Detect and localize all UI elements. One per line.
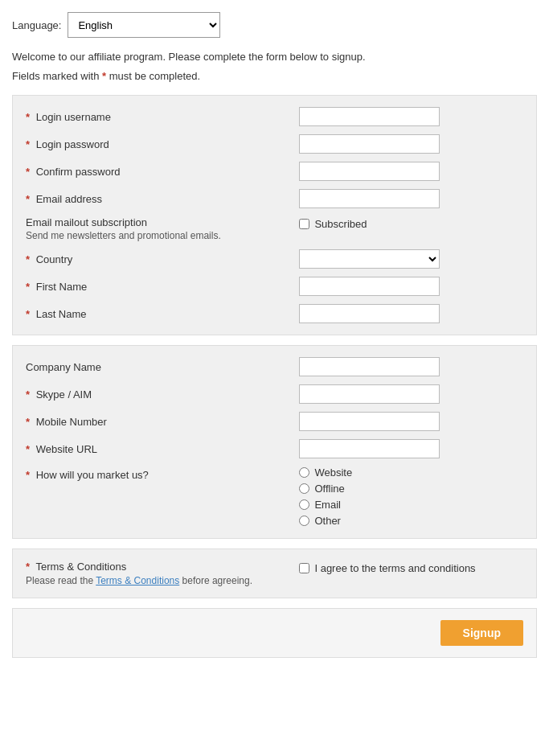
label-last-name: * Last Name <box>26 308 299 320</box>
language-select[interactable]: English French Spanish German <box>68 12 220 38</box>
input-skype-aim[interactable] <box>299 384 440 404</box>
radio-offline[interactable] <box>299 483 309 494</box>
input-email-address[interactable] <box>299 189 440 208</box>
section-account: * Login username * Login password * Conf… <box>12 95 537 335</box>
terms-row: * Terms & Conditions Please read the Ter… <box>26 561 523 586</box>
section-terms: * Terms & Conditions Please read the Ter… <box>12 549 537 598</box>
radio-option-other[interactable]: Other <box>299 515 352 527</box>
market-radio-group: Website Offline Email Other <box>299 466 352 527</box>
input-confirm-password[interactable] <box>299 162 440 181</box>
row-skype-aim: * Skype / AIM <box>26 384 523 404</box>
label-market: * How will you market us? <box>26 466 299 481</box>
required-star: * <box>102 70 109 82</box>
terms-subtitle: Please read the Terms & Conditions befor… <box>26 575 299 586</box>
radio-other[interactable] <box>299 516 309 526</box>
label-login-password: * Login password <box>26 138 299 150</box>
row-login-password: * Login password <box>26 134 523 154</box>
row-company-name: Company Name <box>26 357 523 376</box>
radio-website[interactable] <box>299 467 309 478</box>
row-confirm-password: * Confirm password <box>26 162 523 181</box>
input-login-password[interactable] <box>299 134 440 154</box>
checkbox-terms[interactable] <box>299 563 309 573</box>
row-last-name: * Last Name <box>26 304 523 323</box>
terms-title: * Terms & Conditions <box>26 561 299 573</box>
input-login-username[interactable] <box>299 107 440 126</box>
input-website-url[interactable] <box>299 439 440 458</box>
input-last-name[interactable] <box>299 304 440 323</box>
radio-email[interactable] <box>299 499 309 510</box>
checkbox-subscribed[interactable] <box>299 219 309 229</box>
radio-option-website[interactable]: Website <box>299 466 352 479</box>
subscribed-label: Subscribed <box>314 218 367 230</box>
label-website-url: * Website URL <box>26 443 299 455</box>
language-label: Language: <box>12 19 61 31</box>
input-mobile-number[interactable] <box>299 412 440 431</box>
subscription-subtitle: Send me newsletters and promotional emai… <box>26 230 299 241</box>
select-country[interactable]: United States United Kingdom Canada Aust… <box>299 249 440 269</box>
label-first-name: * First Name <box>26 281 299 293</box>
label-confirm-password: * Confirm password <box>26 166 299 178</box>
label-login-username: * Login username <box>26 111 299 123</box>
row-country: * Country United States United Kingdom C… <box>26 249 523 269</box>
label-mobile-number: * Mobile Number <box>26 416 299 428</box>
row-website-url: * Website URL <box>26 439 523 458</box>
row-login-username: * Login username <box>26 107 523 126</box>
row-first-name: * First Name <box>26 277 523 296</box>
radio-option-email[interactable]: Email <box>299 499 352 511</box>
input-first-name[interactable] <box>299 277 440 296</box>
signup-button[interactable]: Signup <box>440 620 523 646</box>
row-email-address: * Email address <box>26 189 523 208</box>
subscription-title: Email mailout subscription <box>26 216 299 228</box>
label-skype-aim: * Skype / AIM <box>26 388 299 401</box>
signup-section: Signup <box>12 608 537 658</box>
terms-link[interactable]: Terms & Conditions <box>96 575 179 586</box>
label-country: * Country <box>26 253 299 265</box>
section-details: Company Name * Skype / AIM * Mobile Numb… <box>12 345 537 539</box>
row-mobile-number: * Mobile Number <box>26 412 523 431</box>
required-note: Fields marked with * must be completed. <box>12 68 537 84</box>
label-company-name: Company Name <box>26 361 299 373</box>
intro-line1: Welcome to our affiliate program. Please… <box>12 49 537 65</box>
label-email-address: * Email address <box>26 193 299 205</box>
terms-agree-label: I agree to the terms and conditions <box>314 562 475 574</box>
radio-option-offline[interactable]: Offline <box>299 483 352 495</box>
input-company-name[interactable] <box>299 357 440 376</box>
row-market: * How will you market us? Website Offlin… <box>26 466 523 527</box>
language-row: Language: English French Spanish German <box>12 12 537 38</box>
row-email-subscription: Email mailout subscription Send me newsl… <box>26 216 523 241</box>
